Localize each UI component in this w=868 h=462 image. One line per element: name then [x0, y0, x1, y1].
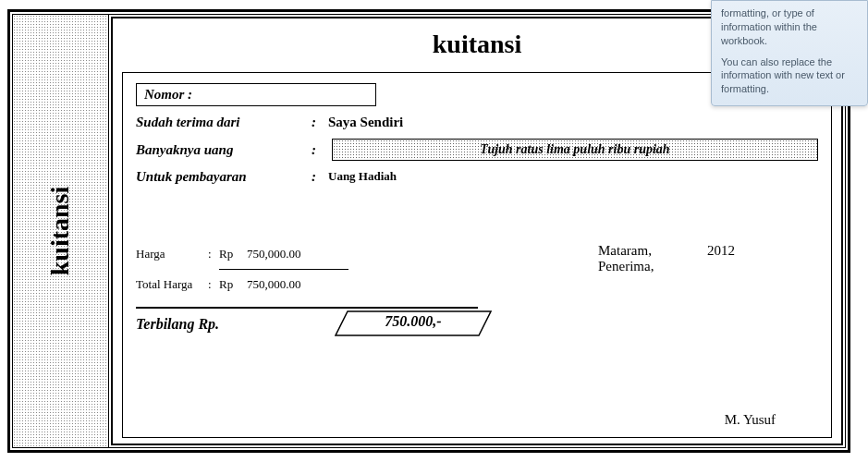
- row-total: Total Harga : Rp 750,000.00: [136, 274, 441, 296]
- signature-role: Penerima,: [598, 259, 818, 274]
- amount-words-box: Tujuh ratus lima puluh ribu rupiah: [332, 139, 818, 161]
- receipt-body: Nomor : Sudah terima dari : Saya Sendiri…: [122, 72, 832, 438]
- nomor-box: Nomor :: [136, 83, 376, 106]
- signature-block: Mataram, 2012 Penerima,: [441, 243, 818, 296]
- purpose-label: Untuk pembayaran: [136, 169, 312, 185]
- tooltip-text-2: You can also replace the information wit…: [721, 55, 858, 97]
- spine-title: kuitansi: [46, 187, 76, 276]
- row-terbilang: Terbilang Rp. 750.000,-: [136, 309, 818, 336]
- currency: Rp: [219, 247, 247, 261]
- tooltip-text-1: formatting, or type of information withi…: [721, 6, 858, 48]
- terbilang-value: 750.000,-: [335, 313, 492, 330]
- row-purpose: Untuk pembayaran : Uang Hadiah: [136, 164, 818, 191]
- price-block: Harga : Rp 750,000.00 Total Harga : Rp 7…: [136, 243, 441, 296]
- purpose-value: Uang Hadiah: [328, 169, 397, 184]
- signature-year: 2012: [707, 243, 735, 259]
- nomor-label: Nomor :: [144, 87, 192, 103]
- amount-label: Banyaknya uang: [136, 142, 312, 158]
- signature-place-year: Mataram, 2012: [598, 243, 818, 259]
- colon: :: [208, 247, 219, 261]
- received-from-value: Saya Sendiri: [328, 115, 818, 130]
- help-tooltip: formatting, or type of information withi…: [711, 0, 868, 106]
- spacer: [136, 191, 818, 237]
- harga-label: Harga: [136, 247, 208, 261]
- total-label: Total Harga: [136, 277, 208, 292]
- colon: :: [312, 142, 328, 158]
- signature-name: M. Yusuf: [725, 412, 776, 428]
- terbilang-box: 750.000,-: [335, 310, 492, 336]
- terbilang-top-rule: [136, 307, 478, 309]
- row-amount: Banyaknya uang : Tujuh ratus lima puluh …: [136, 136, 818, 164]
- lower-section: Harga : Rp 750,000.00 Total Harga : Rp 7…: [136, 243, 818, 296]
- terbilang-label: Terbilang Rp.: [136, 310, 335, 334]
- colon: :: [208, 277, 219, 292]
- signature-place: Mataram,: [598, 243, 652, 259]
- row-received-from: Sudah terima dari : Saya Sendiri: [136, 108, 818, 136]
- receipt-spine: kuitansi: [13, 15, 109, 447]
- total-value: 750,000.00: [247, 277, 301, 292]
- colon: :: [312, 169, 328, 185]
- received-from-label: Sudah terima dari: [136, 115, 312, 130]
- colon: :: [312, 115, 328, 130]
- price-divider: [219, 269, 348, 270]
- harga-value: 750,000.00: [247, 247, 301, 261]
- currency: Rp: [219, 277, 247, 292]
- row-harga: Harga : Rp 750,000.00: [136, 243, 441, 265]
